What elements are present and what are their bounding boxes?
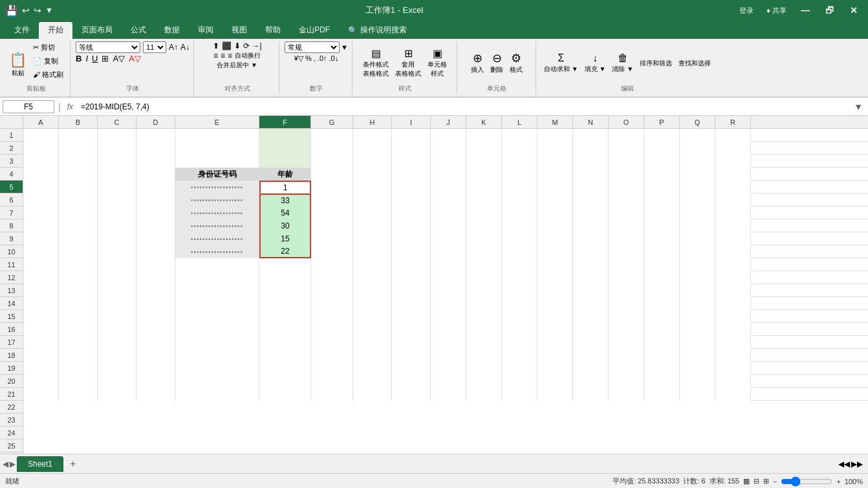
currency-button[interactable]: ¥▽ xyxy=(294,54,303,63)
cell-q7[interactable] xyxy=(680,206,715,219)
cell-f10[interactable]: 22 xyxy=(259,245,311,258)
scroll-left-icon[interactable]: ◀◀ xyxy=(838,460,850,469)
cell-e4[interactable]: 身份证号码 xyxy=(175,168,259,181)
cell-c7[interactable] xyxy=(98,206,136,219)
formula-input[interactable] xyxy=(78,101,849,113)
cell-n5[interactable] xyxy=(573,181,609,194)
cell-q10[interactable] xyxy=(680,245,715,258)
row-header-19[interactable]: 19 xyxy=(0,362,23,375)
save-icon[interactable]: 💾 xyxy=(5,5,18,17)
cell-l4[interactable] xyxy=(502,168,537,181)
insert-button[interactable]: ⊕ 插入 xyxy=(468,47,486,80)
font-increase-button[interactable]: A↑ xyxy=(169,43,178,52)
cell-p6[interactable] xyxy=(644,194,680,206)
cell-l5[interactable] xyxy=(502,181,537,194)
cell-p1[interactable] xyxy=(644,129,680,142)
cell-d7[interactable] xyxy=(136,206,175,219)
cell-r7[interactable] xyxy=(715,206,751,219)
cell-p9[interactable] xyxy=(644,232,680,245)
col-header-o[interactable]: O xyxy=(609,116,644,128)
cell-j9[interactable] xyxy=(431,232,466,245)
cell-c5[interactable] xyxy=(98,181,136,194)
cell-a3[interactable] xyxy=(23,155,59,168)
col-header-b[interactable]: B xyxy=(59,116,98,128)
cell-b9[interactable] xyxy=(59,232,98,245)
delete-button[interactable]: ⊖ 删除 xyxy=(488,47,506,80)
name-box[interactable] xyxy=(3,100,54,113)
col-header-e[interactable]: E xyxy=(175,116,259,128)
cell-h5[interactable] xyxy=(353,181,392,194)
cell-r8[interactable] xyxy=(715,219,751,232)
tab-formula[interactable]: 公式 xyxy=(122,22,155,39)
text-direction-button[interactable]: ⟳ xyxy=(243,41,250,50)
find-select-button[interactable]: 查找和选择 xyxy=(676,47,713,80)
cell-j2[interactable] xyxy=(431,142,466,155)
col-header-p[interactable]: P xyxy=(644,116,680,128)
tab-file[interactable]: 文件 xyxy=(5,22,39,39)
cell-a1[interactable] xyxy=(23,129,59,142)
row-header-10[interactable]: 10 xyxy=(0,245,23,258)
cell-d6[interactable] xyxy=(136,194,175,206)
cell-d2[interactable] xyxy=(136,142,175,155)
zoom-out-icon[interactable]: − xyxy=(773,478,777,485)
percent-button[interactable]: % xyxy=(305,54,312,62)
col-header-m[interactable]: M xyxy=(537,116,573,128)
cell-b5[interactable] xyxy=(59,181,98,194)
format-painter-button[interactable]: 🖌 格式刷 xyxy=(30,69,66,81)
cell-c6[interactable] xyxy=(98,194,136,206)
cell-f3[interactable] xyxy=(259,155,311,168)
cell-h3[interactable] xyxy=(353,155,392,168)
autosum-button[interactable]: Σ 自动求和 ▼ xyxy=(541,47,581,80)
cell-n4[interactable] xyxy=(573,168,609,181)
cell-e1[interactable] xyxy=(175,129,259,142)
cell-q3[interactable] xyxy=(680,155,715,168)
align-right-button[interactable]: ≡ xyxy=(228,51,232,60)
cell-j10[interactable] xyxy=(431,245,466,258)
cell-e5[interactable]: •••••••••••••••••• xyxy=(175,181,259,194)
cell-l1[interactable] xyxy=(502,129,537,142)
cell-a4[interactable] xyxy=(23,168,59,181)
row-header-18[interactable]: 18 xyxy=(0,349,23,362)
cell-g5[interactable] xyxy=(311,181,353,194)
border-button[interactable]: ⊞ xyxy=(102,54,109,63)
paste-button[interactable]: 📋 粘贴 xyxy=(6,47,29,84)
cell-h9[interactable] xyxy=(353,232,392,245)
cell-i6[interactable] xyxy=(392,194,431,206)
cell-f9[interactable]: 15 xyxy=(259,232,311,245)
col-header-h[interactable]: H xyxy=(353,116,392,128)
row-header-3[interactable]: 3 xyxy=(0,155,23,168)
row-header-7[interactable]: 7 xyxy=(0,206,23,219)
font-size-select[interactable]: 11 xyxy=(143,41,166,53)
cell-b10[interactable] xyxy=(59,245,98,258)
cell-n6[interactable] xyxy=(573,194,609,206)
cell-i8[interactable] xyxy=(392,219,431,232)
cell-n2[interactable] xyxy=(573,142,609,155)
cell-g7[interactable] xyxy=(311,206,353,219)
tab-view[interactable]: 视图 xyxy=(222,22,256,39)
cell-m2[interactable] xyxy=(537,142,573,155)
font-color-button[interactable]: A▽ xyxy=(129,54,141,63)
cell-f5[interactable]: 1 xyxy=(259,181,311,194)
wrap-text-button[interactable]: 自动换行 xyxy=(235,51,261,60)
tab-pdf[interactable]: 金山PDF xyxy=(290,22,339,39)
cell-k7[interactable] xyxy=(466,206,502,219)
cell-p10[interactable] xyxy=(644,245,680,258)
cell-o5[interactable] xyxy=(609,181,644,194)
number-format-more[interactable]: ▼ xyxy=(341,43,348,51)
cell-c8[interactable] xyxy=(98,219,136,232)
col-header-q[interactable]: Q xyxy=(680,116,715,128)
cell-j6[interactable] xyxy=(431,194,466,206)
col-header-k[interactable]: K xyxy=(466,116,502,128)
cell-g2[interactable] xyxy=(311,142,353,155)
col-header-j[interactable]: J xyxy=(431,116,466,128)
cell-j3[interactable] xyxy=(431,155,466,168)
row-header-13[interactable]: 13 xyxy=(0,284,23,297)
cell-e3[interactable] xyxy=(175,155,259,168)
cell-f4[interactable]: 年龄 xyxy=(259,168,311,181)
cell-d3[interactable] xyxy=(136,155,175,168)
cell-n3[interactable] xyxy=(573,155,609,168)
cell-n7[interactable] xyxy=(573,206,609,219)
cell-h7[interactable] xyxy=(353,206,392,219)
cell-h8[interactable] xyxy=(353,219,392,232)
align-center-button[interactable]: ≡ xyxy=(221,51,225,60)
